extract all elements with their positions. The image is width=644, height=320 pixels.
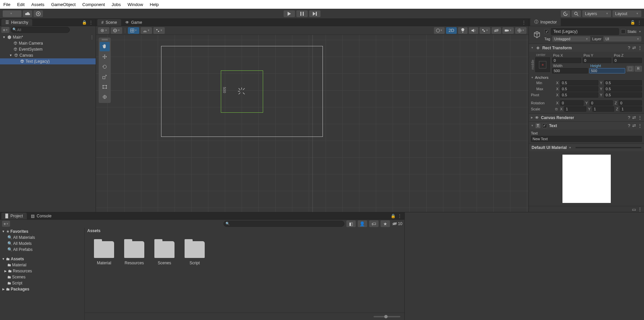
transform-tool[interactable] xyxy=(100,92,110,102)
pivot-x[interactable] xyxy=(560,92,598,98)
context-menu-icon[interactable]: ⋮ xyxy=(521,20,527,25)
save-search-icon[interactable]: ★ xyxy=(381,220,390,227)
rot-y[interactable] xyxy=(590,100,613,106)
gameobject-icon[interactable] xyxy=(532,30,542,40)
raw-edit-button[interactable]: R xyxy=(635,66,642,72)
context-menu-icon[interactable]: ⋮ xyxy=(638,207,642,211)
layer-dropdown[interactable]: UI▼ xyxy=(603,36,641,42)
help-icon[interactable]: ? xyxy=(628,123,630,128)
anchor-min-x[interactable] xyxy=(560,80,598,86)
folder-item[interactable]: Scenes xyxy=(154,241,175,265)
canvas-renderer-header[interactable]: ▶ 👁 Canvas Renderer ? ⇄ ⋮ xyxy=(529,113,644,121)
search-by-label-icon[interactable]: 👤 xyxy=(358,220,367,227)
hierarchy-item[interactable]: EventSystem xyxy=(0,46,96,52)
hierarchy-search[interactable] xyxy=(11,27,70,33)
menu-edit[interactable]: Edit xyxy=(17,2,24,7)
layout-dropdown[interactable]: Layout▼ xyxy=(612,10,641,17)
rect-tool[interactable] xyxy=(100,82,110,92)
folder-item[interactable]: Material xyxy=(94,241,114,265)
2d-toggle[interactable]: 2D xyxy=(446,27,457,34)
preset-icon[interactable]: ⇄ xyxy=(632,115,636,120)
pos-y-input[interactable] xyxy=(583,58,612,63)
search-label-icon[interactable]: 🏷 xyxy=(369,220,379,227)
create-dropdown[interactable]: +▼ xyxy=(1,27,9,33)
menu-file[interactable]: File xyxy=(3,2,10,7)
static-checkbox[interactable] xyxy=(621,29,626,34)
pos-z-input[interactable] xyxy=(613,58,642,63)
hierarchy-item[interactable]: Main Camera xyxy=(0,40,96,46)
preset-icon[interactable]: ⇄ xyxy=(632,123,636,128)
local-global-dropdown[interactable]: ▼ xyxy=(111,27,122,34)
hierarchy-tab[interactable]: ☰ Hierarchy xyxy=(1,19,32,26)
layers-dropdown[interactable]: Layers▼ xyxy=(582,10,611,17)
anchor-max-y[interactable] xyxy=(604,86,642,92)
audio-toggle[interactable] xyxy=(469,27,478,34)
breadcrumb[interactable]: Assets xyxy=(85,228,404,234)
text-enabled-checkbox[interactable] xyxy=(542,123,547,128)
move-tool[interactable] xyxy=(100,52,110,61)
gameobject-name-input[interactable] xyxy=(551,28,619,35)
hierarchy-item-selected[interactable]: Text (Legacy) xyxy=(0,58,96,64)
menu-assets[interactable]: Assets xyxy=(31,2,44,7)
search-icon[interactable] xyxy=(572,10,581,17)
context-menu-icon[interactable]: ⋮ xyxy=(638,115,642,120)
folder-item[interactable]: Resources xyxy=(124,241,144,265)
pivot-gizmo[interactable] xyxy=(237,87,246,96)
pause-button[interactable] xyxy=(296,10,308,17)
fx-dropdown[interactable]: ▼ xyxy=(480,27,490,34)
pivot-y[interactable] xyxy=(604,92,642,98)
pos-x-input[interactable] xyxy=(552,58,581,63)
static-dropdown[interactable]: ▼ xyxy=(639,30,641,33)
search-by-type-icon[interactable]: ◧ xyxy=(346,220,356,227)
inspector-tab[interactable]: ⓘ Inspector xyxy=(530,18,561,26)
favorite-item[interactable]: 🔍All Models xyxy=(0,241,84,247)
pivot-dropdown[interactable]: ▼ xyxy=(98,27,109,34)
anchors-foldout[interactable]: ▼ xyxy=(531,76,534,79)
width-input[interactable] xyxy=(552,68,588,73)
hidden-count[interactable]: 10 xyxy=(392,221,402,226)
help-icon[interactable]: ? xyxy=(628,115,630,120)
preset-icon[interactable]: ⇄ xyxy=(632,45,636,50)
console-tab[interactable]: ▤ Console xyxy=(27,213,55,219)
hidden-toggle[interactable] xyxy=(492,27,501,34)
material-footer-icon[interactable]: ▭ xyxy=(632,207,636,211)
context-menu-icon[interactable]: ⋮ xyxy=(638,46,642,50)
account-dropdown[interactable]: ▼ xyxy=(3,10,21,17)
snap-dropdown[interactable]: ▼ xyxy=(153,27,165,34)
rotate-tool[interactable] xyxy=(100,62,110,71)
scene-view[interactable]: 500 xyxy=(96,35,529,212)
scene-tab[interactable]: # Scene xyxy=(97,19,121,26)
assets-header[interactable]: ▼ 🖿 Assets xyxy=(0,256,84,262)
context-menu-icon[interactable]: ⋮ xyxy=(638,123,642,128)
menu-gameobject[interactable]: GameObject xyxy=(51,2,76,7)
asset-folder[interactable]: 🖿Material xyxy=(0,262,84,268)
asset-folder[interactable]: 🖿Scenes xyxy=(0,274,84,280)
scale-y[interactable] xyxy=(592,106,614,112)
play-button[interactable] xyxy=(284,10,295,17)
lock-icon[interactable]: 🔒 xyxy=(390,213,396,219)
favorite-item[interactable]: 🔍All Prefabs xyxy=(0,247,84,253)
scale-tool[interactable] xyxy=(100,72,110,82)
menu-component[interactable]: Component xyxy=(82,2,105,7)
anchor-max-x[interactable] xyxy=(560,86,598,92)
draw-mode-dropdown[interactable]: ▼ xyxy=(434,27,445,34)
height-input[interactable] xyxy=(589,68,625,73)
text-value-input[interactable] xyxy=(531,136,642,142)
material-header[interactable]: Default UI Material ▼ xyxy=(529,144,644,151)
help-icon[interactable]: ? xyxy=(628,45,630,50)
context-menu-icon[interactable]: ⋮ xyxy=(397,213,402,219)
lock-icon[interactable]: 🔓 xyxy=(630,20,635,25)
anchor-min-y[interactable] xyxy=(604,80,642,86)
asset-folder[interactable]: 🖿Script xyxy=(0,280,84,286)
menu-window[interactable]: Window xyxy=(128,2,143,7)
scale-x[interactable] xyxy=(564,106,586,112)
undo-history-icon[interactable] xyxy=(561,10,570,17)
camera-dropdown[interactable]: ▼ xyxy=(502,27,514,34)
version-control-icon[interactable] xyxy=(34,10,43,17)
active-checkbox[interactable] xyxy=(544,29,549,34)
hierarchy-item-scene[interactable]: ▼ Main* ⋮ xyxy=(0,34,96,40)
rect-transform-header[interactable]: ▼ Rect Transform ? ⇄ ⋮ xyxy=(529,44,644,52)
scale-z[interactable] xyxy=(620,106,642,112)
lock-icon[interactable]: 🔒 xyxy=(82,20,87,25)
lighting-toggle[interactable] xyxy=(458,27,467,34)
